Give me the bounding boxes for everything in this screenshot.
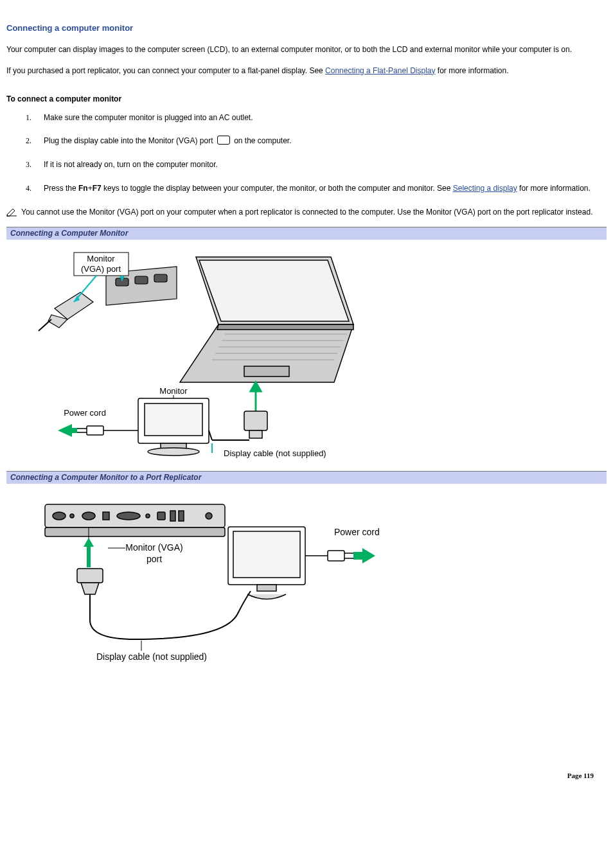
figure-caption-2: Connecting a Computer Monitor to a Port … [6, 471, 607, 484]
sub-heading: To connect a computer monitor [6, 94, 607, 103]
key-f7: F7 [93, 184, 102, 193]
svg-text:Display cable (not supplied): Display cable (not supplied) [224, 448, 326, 458]
step-3: If it is not already on, turn on the com… [26, 159, 607, 170]
text: for more information. [435, 66, 508, 75]
selecting-display-link[interactable]: Selecting a display [453, 184, 517, 193]
text: for more information. [517, 184, 591, 193]
svg-marker-60 [81, 583, 99, 594]
svg-marker-24 [251, 382, 261, 391]
vga-port-icon [217, 136, 230, 145]
svg-rect-9 [244, 366, 289, 376]
svg-rect-12 [135, 276, 148, 284]
svg-text:Power cord: Power cord [334, 527, 380, 537]
svg-marker-1 [199, 260, 349, 321]
svg-rect-37 [71, 428, 77, 433]
step-4: Press the Fn+F7 keys to toggle the displ… [26, 183, 607, 194]
svg-point-48 [82, 512, 95, 520]
fig1-vga-label: Monitor [87, 254, 115, 263]
svg-rect-52 [157, 512, 165, 520]
svg-text:port: port [147, 554, 162, 564]
intro-paragraph-2: If you purchased a port replicator, you … [6, 66, 607, 76]
svg-rect-38 [244, 411, 267, 430]
svg-point-50 [117, 512, 140, 520]
svg-line-16 [39, 319, 51, 331]
flat-panel-link[interactable]: Connecting a Flat-Panel Display [325, 66, 435, 75]
text: Press the [44, 184, 78, 193]
svg-rect-53 [170, 511, 175, 521]
page-label: Page [567, 772, 583, 779]
text: on the computer. [232, 136, 292, 145]
text: Plug the display cable into the Monitor … [44, 136, 215, 145]
svg-text:Monitor: Monitor [159, 386, 188, 396]
svg-text:Power cord: Power cord [64, 408, 106, 418]
svg-rect-63 [87, 545, 91, 567]
svg-marker-74 [362, 548, 375, 563]
section-title: Connecting a computer monitor [6, 23, 607, 33]
figure-2: Monitor (VGA) port Power cord [32, 492, 607, 671]
svg-rect-39 [249, 430, 262, 438]
svg-rect-45 [45, 527, 225, 536]
svg-rect-26 [145, 403, 202, 436]
svg-rect-13 [154, 274, 167, 282]
svg-rect-32 [87, 426, 103, 435]
svg-rect-70 [328, 551, 344, 561]
svg-rect-49 [103, 512, 109, 520]
text: keys to toggle the display between your … [102, 184, 453, 193]
svg-rect-73 [353, 552, 362, 560]
svg-point-46 [53, 512, 66, 520]
svg-rect-59 [77, 569, 103, 583]
note-text: You cannot use the Monitor (VGA) port on… [19, 208, 592, 217]
svg-point-28 [148, 448, 199, 456]
svg-marker-36 [58, 424, 72, 437]
page-number: Page 119 [567, 772, 594, 779]
svg-marker-62 [84, 538, 94, 547]
note: You cannot use the Monitor (VGA) port on… [6, 207, 607, 218]
svg-rect-67 [257, 585, 276, 591]
steps-list: Make sure the computer monitor is plugge… [26, 112, 607, 194]
pencil-note-icon [6, 208, 18, 217]
key-fn: Fn [78, 184, 88, 193]
step-2: Plug the display cable into the Monitor … [26, 136, 607, 146]
figure-1: Monitor (VGA) port Monitor Power cord [32, 247, 607, 459]
svg-text:(VGA) port: (VGA) port [81, 264, 121, 274]
text: + [88, 184, 93, 193]
intro-paragraph-1: Your computer can display images to the … [6, 44, 607, 55]
svg-point-55 [206, 513, 212, 519]
svg-rect-66 [233, 531, 300, 578]
svg-text:Monitor (VGA): Monitor (VGA) [125, 542, 182, 553]
step-1: Make sure the computer monitor is plugge… [26, 112, 607, 123]
figure-caption-1: Connecting a Computer Monitor [6, 227, 607, 240]
svg-marker-14 [55, 292, 93, 319]
svg-point-51 [146, 514, 150, 518]
page-num: 119 [583, 772, 594, 779]
text: If you purchased a port replicator, you … [6, 66, 325, 75]
svg-point-47 [70, 514, 74, 518]
svg-rect-54 [179, 511, 184, 521]
svg-text:Display cable (not supplied): Display cable (not supplied) [96, 651, 207, 662]
svg-marker-3 [217, 324, 353, 330]
